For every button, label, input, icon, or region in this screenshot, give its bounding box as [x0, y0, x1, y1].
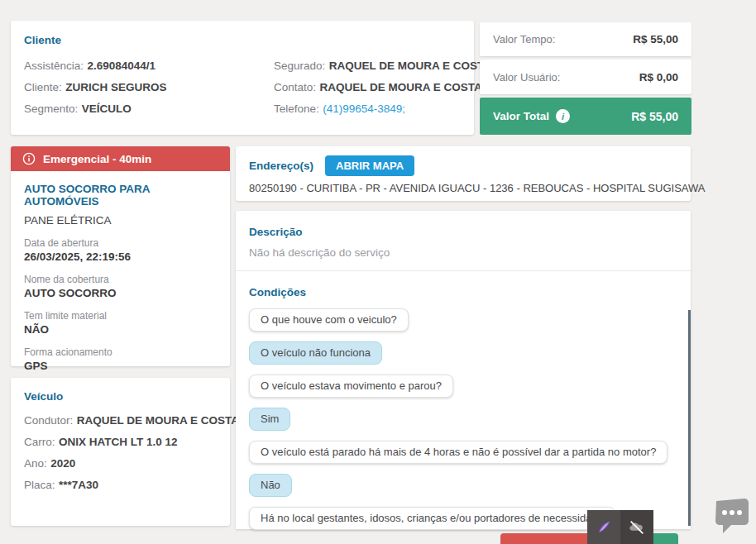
condition-question-chip[interactable]: O que houve com o veiculo? [249, 308, 409, 332]
valor-total-value: R$ 55,00 [631, 110, 678, 123]
valor-total-label-wrap: Valor Total i [493, 109, 570, 123]
chat-bubble-icon[interactable] [711, 496, 751, 539]
cliente-title: Cliente [24, 34, 461, 46]
emergencial-banner: Emergencial - 40min [11, 146, 230, 171]
segurado-value: RAQUEL DE MOURA E COSTA [329, 60, 491, 72]
abrir-mapa-button[interactable]: ABRIR MAPA [325, 155, 414, 176]
condutor-label: Condutor: [24, 414, 73, 427]
ano-value: 2020 [50, 457, 75, 470]
telefone-label: Telefone: [274, 103, 319, 115]
cliente-card: Cliente Assistência: 2.69084044/1 Client… [11, 21, 474, 135]
cliente-value: ZURICH SEGUROS [65, 81, 166, 93]
telefone-link[interactable]: (41)99654-3849; [323, 103, 405, 115]
endereco-title: Endereço(s) [249, 160, 313, 172]
valor-tempo-value: R$ 55,00 [633, 33, 678, 45]
valor-tempo-row: Valor Tempo: R$ 55,00 [480, 22, 691, 56]
contato-row: Contato: RAQUEL DE MOURA E COSTA [274, 76, 491, 98]
condutor-value: RAQUEL DE MOURA E COSTA [77, 414, 239, 427]
condition-answer-chip[interactable]: Sim [249, 408, 290, 431]
servico-card: AUTO SOCORRO PARA AUTOMÓVEIS PANE ELÉTRI… [11, 171, 230, 366]
segurado-row: Segurado: RAQUEL DE MOURA E COSTA [274, 55, 491, 76]
assistencia-label: Assistência: [24, 60, 84, 72]
valor-usuario-value: R$ 0,00 [639, 71, 678, 84]
address-text: 80250190 - CURITIBA - PR - AVENIDA IGUAC… [249, 182, 677, 194]
servico-title: AUTO SOCORRO PARA AUTOMÓVEIS [24, 183, 217, 208]
telefone-row: Telefone: (41)99654-3849; [274, 98, 491, 119]
condition-answer-chip[interactable]: O veículo não funciona [249, 341, 382, 365]
placa-row: Placa: ***7A30 [24, 474, 217, 495]
endereco-header: Endereço(s) ABRIR MAPA [249, 155, 677, 176]
limite-material-value: NÃO [24, 322, 217, 337]
carro-label: Carro: [24, 436, 55, 448]
limite-material-label: Tem limite material [24, 309, 217, 322]
carro-value: ONIX HATCH LT 1.0 12 [59, 436, 178, 448]
contato-label: Contato: [274, 81, 316, 93]
veiculo-title: Veículo [24, 390, 217, 403]
veiculo-card: Veículo Condutor: RAQUEL DE MOURA E COST… [11, 378, 230, 526]
condutor-row: Condutor: RAQUEL DE MOURA E COSTA [24, 409, 217, 431]
segmento-row: Segmento: VEÍCULO [24, 98, 274, 119]
info-icon[interactable]: i [556, 109, 570, 123]
assistencia-value: 2.69084044/1 [87, 60, 156, 72]
valor-usuario-row: Valor Usuário: R$ 0,00 [480, 60, 691, 94]
condicoes-section: Condições O que houve com o veiculo? O v… [236, 271, 691, 530]
segurado-label: Segurado: [274, 60, 325, 72]
cliente-row: Cliente: ZURICH SEGUROS [24, 76, 274, 98]
data-abertura-group: Data de abertura 26/03/2025, 22:19:56 [24, 236, 217, 265]
endereco-card: Endereço(s) ABRIR MAPA 80250190 - CURITI… [236, 146, 691, 201]
cliente-label: Cliente: [24, 81, 62, 93]
emergencial-banner-text: Emergencial - 40min [43, 153, 151, 165]
hide-annotations-icon[interactable] [620, 510, 653, 544]
ano-row: Ano: 2020 [24, 452, 217, 474]
vertical-scrollbar[interactable] [688, 310, 691, 526]
feather-pen-glyph [595, 518, 613, 537]
condition-question-chip[interactable]: O veículo estava movimento e parou? [249, 375, 453, 398]
assistance-detail-screen: Cliente Assistência: 2.69084044/1 Client… [0, 0, 756, 544]
cliente-col-left: Assistência: 2.69084044/1 Cliente: ZURIC… [24, 55, 274, 119]
data-abertura-label: Data de abertura [24, 236, 217, 250]
descricao-section: Descrição Não há descrição do serviço [236, 211, 691, 271]
hide-annotations-glyph [628, 518, 646, 537]
limite-material-group: Tem limite material NÃO [24, 309, 217, 337]
cobertura-group: Nome da cobertura AUTO SOCORRO [24, 273, 217, 301]
condition-question-chip[interactable]: O veículo está parado há mais de 4 horas… [249, 441, 667, 464]
placa-value: ***7A30 [59, 479, 98, 491]
forma-acionamento-group: Forma acionamento GPS [24, 346, 217, 374]
descricao-text: Não há descrição do serviço [249, 246, 677, 259]
descricao-title: Descrição [249, 226, 677, 238]
condicoes-chips: O que houve com o veiculo? O veículo não… [249, 308, 677, 530]
segmento-label: Segmento: [24, 103, 78, 115]
valor-total-label: Valor Total [493, 110, 549, 122]
condition-answer-chip[interactable]: Não [249, 474, 292, 497]
carro-row: Carro: ONIX HATCH LT 1.0 12 [24, 431, 217, 452]
valor-usuario-label: Valor Usuário: [493, 71, 560, 84]
cobertura-value: AUTO SOCORRO [24, 286, 217, 301]
info-outline-icon [22, 152, 36, 165]
forma-acionamento-label: Forma acionamento [24, 346, 217, 359]
cobertura-label: Nome da cobertura [24, 273, 217, 286]
servico-subtitle: PANE ELÉTRICA [24, 214, 217, 227]
segmento-value: VEÍCULO [82, 103, 132, 115]
cliente-col-right: Segurado: RAQUEL DE MOURA E COSTA Contat… [274, 55, 491, 119]
cliente-fields: Assistência: 2.69084044/1 Cliente: ZURIC… [24, 55, 461, 119]
condicoes-title: Condições [249, 286, 677, 298]
valor-total-row: Valor Total i R$ 55,00 [480, 98, 691, 135]
assistencia-row: Assistência: 2.69084044/1 [24, 55, 274, 76]
chat-bubble-glyph [711, 496, 751, 539]
placa-label: Placa: [24, 479, 55, 491]
forma-acionamento-value: GPS [24, 359, 217, 374]
data-abertura-value: 26/03/2025, 22:19:56 [24, 250, 217, 265]
annotation-toolbar [587, 510, 653, 544]
condition-question-chip[interactable]: Há no local gestantes, idosos, crianças … [249, 507, 615, 530]
descricao-condicoes-card: Descrição Não há descrição do serviço Co… [236, 211, 691, 529]
valor-tempo-label: Valor Tempo: [493, 33, 555, 45]
feather-pen-icon[interactable] [587, 510, 620, 544]
contato-value: RAQUEL DE MOURA E COSTA [320, 81, 482, 93]
ano-label: Ano: [24, 457, 47, 470]
